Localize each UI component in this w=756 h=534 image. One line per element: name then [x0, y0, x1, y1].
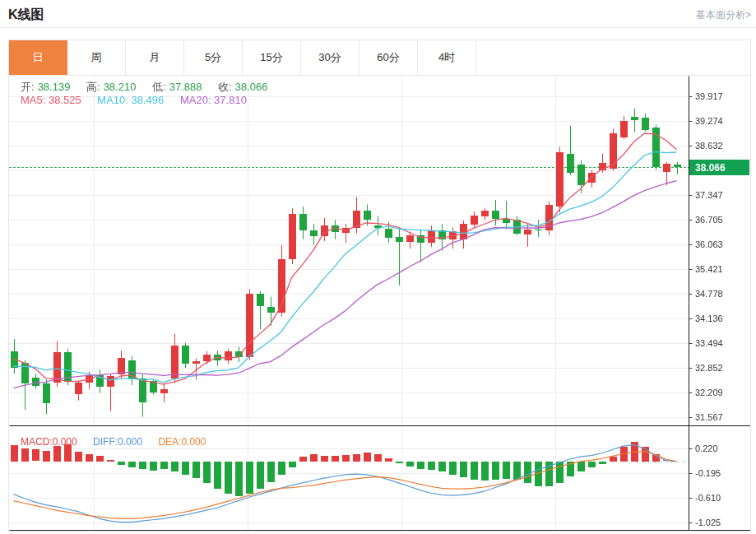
- page-title: K线图: [8, 7, 44, 24]
- period-tabs: 日 周 月 5分 15分 30分 60分 4时: [9, 40, 750, 76]
- tab-month[interactable]: 月: [126, 40, 184, 75]
- page-header: K线图 基本面分析>: [0, 0, 756, 28]
- tab-15min[interactable]: 15分: [243, 40, 301, 75]
- tab-5min[interactable]: 5分: [184, 40, 243, 75]
- kline-widget: 日 周 月 5分 15分 30分 60分 4时 开:38.139 高:38.21…: [8, 39, 751, 532]
- tab-week[interactable]: 周: [67, 40, 126, 75]
- tab-4hour[interactable]: 4时: [418, 40, 476, 75]
- tab-60min[interactable]: 60分: [359, 40, 418, 75]
- kline-chart-canvas[interactable]: [9, 76, 750, 532]
- tab-30min[interactable]: 30分: [301, 40, 359, 75]
- fundamental-analysis-link[interactable]: 基本面分析>: [696, 8, 751, 22]
- tab-day[interactable]: 日: [9, 40, 67, 75]
